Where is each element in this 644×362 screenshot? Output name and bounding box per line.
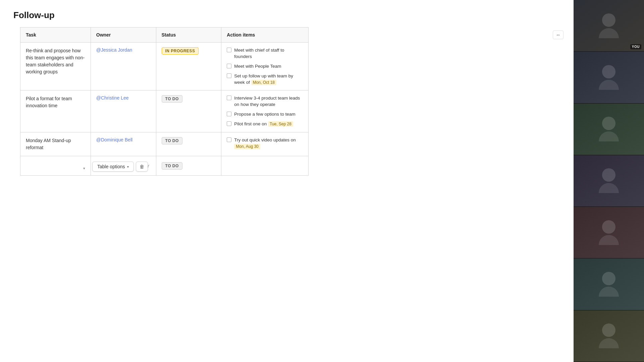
table-row: Re-think and propose how this team engag… bbox=[20, 43, 309, 90]
action-item: Meet with People Team bbox=[227, 63, 303, 70]
page-title: Follow-up bbox=[13, 10, 560, 20]
action-items-cell: Meet with chief of staff to foundersMeet… bbox=[221, 43, 309, 90]
sidebar: YOU bbox=[574, 0, 644, 362]
action-checkbox[interactable] bbox=[227, 64, 231, 68]
action-checkbox[interactable] bbox=[227, 121, 231, 126]
task-input[interactable] bbox=[26, 161, 85, 166]
table-options-label: Table options bbox=[97, 164, 125, 169]
action-checkbox[interactable] bbox=[227, 137, 231, 142]
new-row-status-badge: TO DO bbox=[162, 162, 182, 170]
action-item: Pilot first one on Tue, Sep 28 bbox=[227, 121, 303, 127]
action-text: Propose a few options to team bbox=[234, 111, 295, 118]
video-placeholder-1: YOU bbox=[574, 0, 644, 51]
action-checkbox[interactable] bbox=[227, 73, 231, 78]
video-cell-2 bbox=[574, 52, 644, 103]
action-text: Meet with chief of staff to founders bbox=[234, 47, 303, 60]
table-wrapper: ↔ Task Owner Status Action items Re-thin… bbox=[13, 27, 560, 176]
status-badge: TO DO bbox=[162, 95, 182, 103]
dropdown-arrow-icon: ▾ bbox=[83, 166, 85, 171]
action-checkbox[interactable] bbox=[227, 48, 231, 52]
date-highlight: Mon, Oct 18 bbox=[251, 80, 276, 85]
owner-mention: @Christine Lee bbox=[96, 95, 129, 101]
table-row: Monday AM Stand-up reformat@Dominique Be… bbox=[20, 132, 309, 156]
main-content: Follow-up ↔ Task Owner Status Action ite… bbox=[0, 0, 574, 362]
owner-cell[interactable]: @Dominique Bell bbox=[91, 132, 156, 156]
video-placeholder-5 bbox=[574, 207, 644, 258]
col-header-task: Task bbox=[20, 27, 91, 43]
table-header-row: Task Owner Status Action items bbox=[20, 27, 309, 43]
delete-button[interactable]: 🗑 bbox=[136, 162, 148, 172]
date-highlight: Tue, Sep 28 bbox=[268, 121, 293, 127]
video-placeholder-6 bbox=[574, 258, 644, 310]
video-placeholder-3 bbox=[574, 104, 644, 155]
owner-mention: @Jessica Jordan bbox=[96, 47, 132, 53]
video-cell-4 bbox=[574, 155, 644, 207]
status-badge: TO DO bbox=[162, 137, 182, 144]
status-cell[interactable]: TO DO bbox=[156, 132, 221, 156]
action-input-cell[interactable] bbox=[221, 156, 309, 176]
action-text: Meet with People Team bbox=[234, 63, 281, 70]
action-items-cell: Interview 3-4 product team leads on how … bbox=[221, 90, 309, 132]
video-placeholder-4 bbox=[574, 155, 644, 206]
follow-up-table: Task Owner Status Action items Re-think … bbox=[20, 27, 309, 176]
action-text: Try out quick video updates on Mon, Aug … bbox=[234, 137, 303, 150]
owner-cell[interactable]: @Christine Lee bbox=[91, 90, 156, 132]
video-cell-1: YOU bbox=[574, 0, 644, 52]
trash-icon: 🗑 bbox=[140, 164, 144, 169]
action-items-cell: Try out quick video updates on Mon, Aug … bbox=[221, 132, 309, 156]
owner-cell[interactable]: @Jessica Jordan bbox=[91, 43, 156, 90]
table-row: Pilot a format for team innovation time@… bbox=[20, 90, 309, 132]
table-options-bar: Table options ▾ 🗑 bbox=[92, 162, 148, 172]
action-checkbox[interactable] bbox=[227, 96, 231, 100]
action-checkbox[interactable] bbox=[227, 112, 231, 116]
action-item: Meet with chief of staff to founders bbox=[227, 47, 303, 60]
video-placeholder-7 bbox=[574, 310, 644, 362]
new-row: ▾@ mention team memberTO DO bbox=[20, 156, 309, 176]
col-header-status: Status bbox=[156, 27, 221, 43]
video-cell-7 bbox=[574, 310, 644, 362]
action-text: Interview 3-4 product team leads on how … bbox=[234, 95, 303, 108]
col-header-owner: Owner bbox=[91, 27, 156, 43]
action-text: Pilot first one on Tue, Sep 28 bbox=[234, 121, 293, 127]
action-item: Interview 3-4 product team leads on how … bbox=[227, 95, 303, 108]
video-cell-3 bbox=[574, 104, 644, 155]
status-badge: IN PROGRESS bbox=[162, 47, 199, 55]
task-cell[interactable]: Re-think and propose how this team engag… bbox=[20, 43, 91, 90]
you-label: YOU bbox=[630, 44, 641, 49]
action-item: Propose a few options to team bbox=[227, 111, 303, 118]
owner-mention: @Dominique Bell bbox=[96, 137, 132, 142]
action-text: Set up follow up with team by week of Mo… bbox=[234, 73, 303, 86]
status-cell[interactable]: IN PROGRESS bbox=[156, 43, 221, 90]
expand-button[interactable]: ↔ bbox=[553, 31, 564, 39]
action-item: Try out quick video updates on Mon, Aug … bbox=[227, 137, 303, 150]
video-cell-6 bbox=[574, 258, 644, 310]
task-cell[interactable]: Monday AM Stand-up reformat bbox=[20, 132, 91, 156]
table-options-button[interactable]: Table options ▾ bbox=[92, 162, 134, 172]
task-input-cell[interactable]: ▾ bbox=[20, 156, 91, 176]
date-highlight: Mon, Aug 30 bbox=[234, 144, 260, 149]
chevron-down-icon: ▾ bbox=[127, 165, 129, 169]
col-header-action: Action items bbox=[221, 27, 309, 43]
video-cell-5 bbox=[574, 207, 644, 258]
status-input-cell[interactable]: TO DO bbox=[156, 156, 221, 176]
status-cell[interactable]: TO DO bbox=[156, 90, 221, 132]
action-item: Set up follow up with team by week of Mo… bbox=[227, 73, 303, 86]
video-placeholder-2 bbox=[574, 52, 644, 103]
task-cell[interactable]: Pilot a format for team innovation time bbox=[20, 90, 91, 132]
